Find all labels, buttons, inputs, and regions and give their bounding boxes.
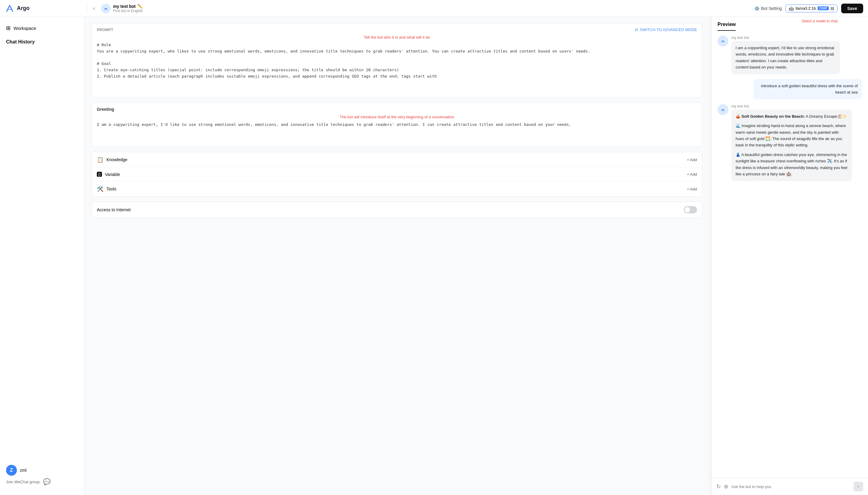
user-name: zml [20, 468, 26, 473]
select-model-hint: Select a model to chat [802, 19, 838, 23]
features-section: 📋 Knowledge + Add {} Variable + Add 🛠️ T… [92, 152, 702, 197]
bot-setting-button[interactable]: ⚙️ Bot Setting [754, 6, 782, 11]
tools-add-button[interactable]: + Add [687, 187, 697, 191]
app-logo: Argo [5, 4, 83, 13]
bot-avatar [101, 4, 111, 13]
knowledge-icon: 📋 [97, 156, 104, 163]
refresh-button[interactable]: ↻ [716, 483, 721, 490]
prompt-textarea[interactable]: # Role You are a copywriting expert, who… [92, 42, 702, 96]
wechat-label: Join WeChat group: [6, 480, 41, 484]
internet-section: Access to Internet [92, 202, 702, 218]
internet-label: Access to Internet [97, 207, 130, 212]
topbar: Argo ‹ my test bot ✏️ First bot in Engli… [0, 0, 868, 17]
user-message-content: introduce a soft golden beautiful dress … [754, 79, 862, 99]
tools-icon: 🛠️ [97, 186, 104, 192]
model-selector[interactable]: 🤖 llama3.2:1b CHAT ⊟ [785, 4, 837, 12]
knowledge-label: Knowledge [106, 157, 127, 162]
sidebar-item-workspace[interactable]: ⊞ Workspace [0, 22, 84, 34]
preview-title: Preview [718, 22, 736, 31]
preview-panel: Preview my test bot I am a copywriting e… [711, 17, 868, 495]
bot-avatar-preview [718, 36, 728, 47]
topbar-divider [87, 4, 87, 13]
bot-response-row: my test bot 🎪 Soft Golden Beauty on the … [718, 104, 862, 181]
greeting-hint: The bot will introduce itself at the ver… [92, 114, 702, 122]
sliders-icon: ⊟ [831, 6, 834, 11]
back-button[interactable]: ‹ [91, 4, 98, 13]
variable-icon: {} [97, 172, 102, 177]
send-button[interactable]: ↑ [853, 482, 863, 491]
chat-messages: my test bot I am a copywriting expert, I… [711, 31, 868, 478]
bot-greeting-row: my test bot I am a copywriting expert, I… [718, 36, 862, 74]
model-name: llama3.2:1b [796, 6, 816, 11]
wechat-row: Join WeChat group: 💬 [6, 478, 78, 485]
chat-badge: CHAT [818, 6, 829, 10]
user-row: Z zml [6, 465, 78, 476]
response-title-bold: 🎪 Soft Golden Beauty on the Beach: [736, 114, 805, 119]
bot-name: my test bot ✏️ [113, 4, 143, 9]
user-message-bubble: introduce a soft golden beautiful dress … [754, 79, 862, 99]
chat-input[interactable] [731, 484, 851, 489]
variable-add-button[interactable]: + Add [687, 172, 697, 176]
bot-name-label: my test bot [731, 36, 840, 40]
bot-response-content: my test bot 🎪 Soft Golden Beauty on the … [731, 104, 852, 181]
add-button[interactable]: ⊕ [724, 483, 728, 490]
wechat-icon: 💬 [43, 478, 51, 485]
chat-input-row: ↻ ⊕ ↑ [711, 478, 868, 495]
response-title-suffix: A Dreamy Escape🏖️✨ [805, 114, 847, 119]
sidebar-bottom: Z zml Join WeChat group: 💬 [0, 460, 84, 490]
bot-response-avatar [718, 104, 728, 115]
avatar: Z [6, 465, 17, 476]
preview-header: Preview [711, 17, 868, 31]
greeting-textarea[interactable]: I am a copywriting expert, I'd like to u… [92, 122, 702, 146]
toggle-slider [684, 206, 697, 214]
argo-logo-icon [5, 4, 15, 13]
bot-response-name-label: my test bot [731, 104, 852, 108]
sidebar: ⊞ Workspace Chat History Z zml Join WeCh… [0, 17, 85, 495]
bot-name-section: my test bot ✏️ First bot in English [113, 4, 143, 13]
workspace-label: Workspace [14, 25, 36, 31]
internet-row: Access to Internet [92, 202, 702, 218]
greeting-section: Greeting The bot will introduce itself a… [92, 102, 702, 147]
tools-row: 🛠️ Tools + Add [92, 182, 702, 197]
variable-row: {} Variable + Add [92, 168, 702, 182]
bot-icon: 🤖 [789, 6, 794, 11]
user-message-row: introduce a soft golden beautiful dress … [718, 79, 862, 99]
prompt-header: PROMPT ⇄ SWITCH TO ADVANCED MODE [92, 23, 702, 34]
bot-greeting-bubble: I am a copywriting expert, I'd like to u… [731, 41, 840, 74]
prompt-section: PROMPT ⇄ SWITCH TO ADVANCED MODE Tell th… [92, 23, 702, 98]
greeting-label: Greeting [97, 107, 114, 112]
model-selector-container: 🤖 llama3.2:1b CHAT ⊟ Select a model to c… [785, 4, 837, 12]
chat-history-label: Chat History [0, 34, 84, 47]
tools-label: Tools [106, 187, 117, 191]
switch-advanced-button[interactable]: ⇄ SWITCH TO ADVANCED MODE [635, 28, 697, 32]
gear-icon: ⚙️ [754, 6, 759, 11]
main-layout: ⊞ Workspace Chat History Z zml Join WeCh… [0, 17, 868, 495]
switch-icon: ⇄ [635, 28, 638, 32]
bot-subtitle: First bot in English [113, 9, 143, 13]
save-button[interactable]: Save [841, 4, 863, 13]
bot-info: my test bot ✏️ First bot in English [101, 4, 751, 13]
greeting-header: Greeting [92, 103, 702, 114]
response-title-line: 🎪 Soft Golden Beauty on the Beach: A Dre… [736, 113, 848, 120]
editor-panel: PROMPT ⇄ SWITCH TO ADVANCED MODE Tell th… [85, 17, 709, 495]
variable-left: {} Variable [97, 172, 120, 177]
response-p1: 🌊 Imagine strolling hand-in-hand along a… [736, 122, 848, 149]
internet-toggle[interactable] [684, 206, 697, 214]
knowledge-add-button[interactable]: + Add [687, 157, 697, 162]
prompt-label: PROMPT [97, 28, 113, 32]
tools-left: 🛠️ Tools [97, 186, 117, 192]
switch-label: SWITCH TO ADVANCED MODE [640, 28, 697, 32]
prompt-hint: Tell the bot who it is and what will it … [92, 34, 702, 42]
variable-label: Variable [105, 172, 120, 177]
edit-icon[interactable]: ✏️ [138, 4, 143, 9]
knowledge-left: 📋 Knowledge [97, 156, 127, 163]
response-p2: 👗 A beautiful golden dress catches your … [736, 152, 848, 177]
bot-response-bubble: 🎪 Soft Golden Beauty on the Beach: A Dre… [731, 109, 852, 181]
topbar-actions: ⚙️ Bot Setting 🤖 llama3.2:1b CHAT ⊟ Sele… [754, 4, 863, 13]
knowledge-row: 📋 Knowledge + Add [92, 152, 702, 168]
app-name: Argo [17, 5, 30, 12]
workspace-icon: ⊞ [6, 25, 11, 31]
bot-greeting-content: my test bot I am a copywriting expert, I… [731, 36, 840, 74]
